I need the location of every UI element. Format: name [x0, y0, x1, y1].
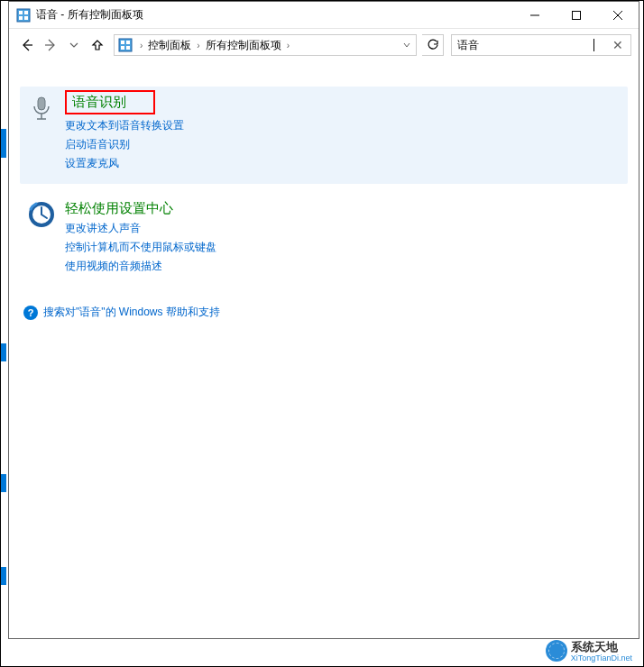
svg-rect-14 — [121, 46, 124, 50]
up-button[interactable] — [87, 34, 108, 56]
refresh-button[interactable] — [422, 34, 444, 56]
minimize-button[interactable] — [514, 2, 556, 28]
results-area: 语音识别更改文本到语音转换设置启动语音识别设置麦克风轻松使用设置中心更改讲述人声… — [9, 61, 639, 638]
result-speech-recognition: 语音识别更改文本到语音转换设置启动语音识别设置麦克风 — [20, 87, 628, 184]
chevron-right-icon[interactable]: › — [193, 41, 203, 50]
help-link[interactable]: ? 搜索对"语音"的 Windows 帮助和支持 — [23, 305, 621, 320]
control-panel-window: 语音 - 所有控制面板项 — [8, 1, 639, 639]
close-button[interactable] — [597, 2, 639, 28]
watermark: 系统天地 XiTongTianDi.net — [546, 639, 632, 662]
chevron-right-icon[interactable]: › — [283, 41, 293, 50]
breadcrumb-item[interactable]: 控制面板 — [146, 38, 193, 53]
result-link[interactable]: 更改文本到语音转换设置 — [65, 118, 621, 133]
control-panel-icon — [16, 8, 31, 23]
address-dropdown-button[interactable] — [398, 35, 416, 55]
result-ease-of-access: 轻松使用设置中心更改讲述人声音控制计算机而不使用鼠标或键盘使用视频的音频描述 — [27, 200, 621, 278]
svg-rect-15 — [126, 46, 130, 50]
control-panel-small-icon — [118, 38, 133, 52]
watermark-globe-icon — [546, 640, 567, 662]
svg-rect-3 — [19, 16, 23, 20]
result-link[interactable]: 设置麦克风 — [65, 156, 621, 171]
recent-locations-button[interactable] — [63, 34, 85, 56]
svg-rect-16 — [38, 97, 45, 110]
result-link[interactable]: 使用视频的音频描述 — [65, 259, 621, 274]
maximize-button[interactable] — [556, 2, 597, 28]
svg-rect-13 — [126, 41, 130, 44]
search-box[interactable]: ✕ — [451, 34, 631, 56]
address-bar[interactable]: › 控制面板 › 所有控制面板项 › — [114, 34, 417, 56]
svg-rect-12 — [121, 41, 124, 44]
navigation-bar: › 控制面板 › 所有控制面板项 › ✕ — [9, 29, 639, 61]
result-link[interactable]: 启动语音识别 — [65, 137, 621, 152]
chevron-right-icon[interactable]: › — [136, 41, 146, 50]
titlebar: 语音 - 所有控制面板项 — [9, 2, 639, 29]
svg-rect-4 — [24, 16, 28, 20]
svg-rect-1 — [19, 11, 23, 14]
clear-search-button[interactable]: ✕ — [611, 38, 625, 52]
breadcrumb-item[interactable]: 所有控制面板项 — [204, 38, 283, 53]
svg-rect-2 — [24, 11, 28, 14]
svg-rect-6 — [573, 11, 581, 19]
result-title-speech-recognition[interactable]: 语音识别 — [65, 90, 155, 114]
microphone-icon — [27, 94, 56, 123]
result-link[interactable]: 控制计算机而不使用鼠标或键盘 — [65, 240, 621, 255]
search-input[interactable] — [457, 39, 593, 51]
window-title: 语音 - 所有控制面板项 — [36, 7, 514, 23]
help-icon: ? — [23, 306, 38, 320]
result-title-ease-of-access[interactable]: 轻松使用设置中心 — [65, 200, 173, 217]
result-link[interactable]: 更改讲述人声音 — [65, 221, 621, 236]
forward-button[interactable] — [40, 34, 61, 56]
back-button[interactable] — [16, 34, 38, 56]
ease-clock-icon — [27, 200, 56, 229]
